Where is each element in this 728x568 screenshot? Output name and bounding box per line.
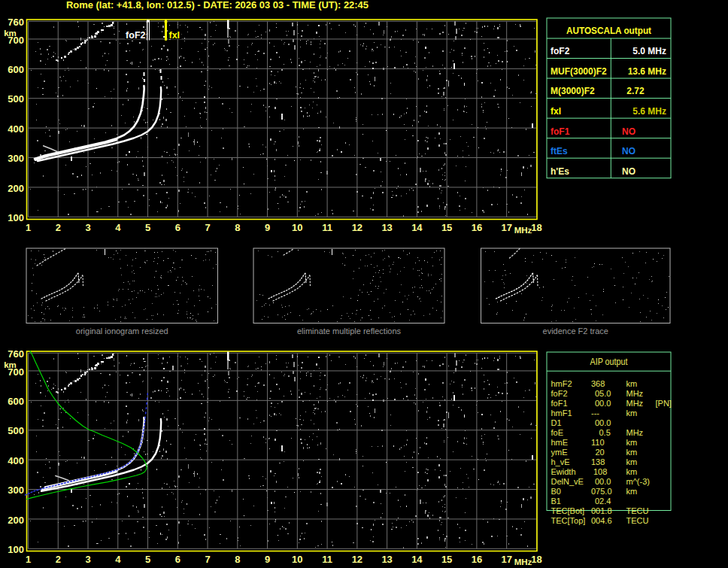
svg-text:km: km (626, 467, 638, 476)
svg-text:TECU: TECU (626, 516, 649, 525)
svg-text:M(3000)F2: M(3000)F2 (551, 86, 595, 96)
svg-text:13: 13 (381, 222, 392, 233)
svg-text:MHz: MHz (514, 557, 532, 566)
svg-text:---: --- (591, 409, 599, 418)
svg-text:5: 5 (145, 222, 150, 233)
svg-text:MHz: MHz (626, 428, 644, 437)
svg-text:[PN]: [PN] (656, 399, 672, 408)
svg-text:10: 10 (292, 554, 302, 565)
svg-text:h'Es: h'Es (551, 166, 569, 177)
svg-text:MHz: MHz (626, 399, 644, 408)
svg-text:700: 700 (8, 35, 24, 46)
svg-text:17: 17 (501, 554, 511, 565)
svg-text:5: 5 (145, 554, 150, 565)
svg-text:004.6: 004.6 (591, 516, 612, 525)
svg-text:foE: foE (551, 428, 564, 437)
svg-text:00.0: 00.0 (595, 399, 611, 408)
svg-text:TEC[Bot]: TEC[Bot] (551, 506, 585, 515)
svg-text:100: 100 (8, 212, 24, 223)
svg-text:AIP output: AIP output (590, 357, 629, 367)
svg-text:4: 4 (115, 222, 121, 233)
svg-text:D1: D1 (551, 418, 562, 427)
svg-text:368: 368 (591, 379, 605, 388)
svg-text:h_vE: h_vE (551, 457, 570, 466)
svg-text:2: 2 (56, 554, 61, 565)
svg-text:200: 200 (8, 183, 24, 194)
svg-text:km: km (626, 457, 638, 466)
svg-text:4: 4 (115, 554, 121, 565)
svg-text:16: 16 (472, 222, 482, 233)
svg-text:evidence F2 trace: evidence F2 trace (543, 327, 608, 336)
svg-text:eliminate multiple reflections: eliminate multiple reflections (297, 327, 402, 336)
svg-text:13.6 MHz: 13.6 MHz (628, 66, 666, 77)
svg-text:600: 600 (8, 64, 24, 75)
svg-text:05.0: 05.0 (595, 389, 611, 398)
svg-text:foF1: foF1 (551, 399, 568, 408)
svg-text:108: 108 (593, 467, 607, 476)
svg-text:00.0: 00.0 (595, 418, 611, 427)
svg-text:fxI: fxI (551, 106, 561, 117)
svg-text:km: km (626, 487, 638, 496)
svg-text:15: 15 (441, 222, 452, 233)
svg-text:9: 9 (265, 554, 270, 565)
svg-text:TECU: TECU (626, 506, 649, 515)
svg-text:ymE: ymE (551, 448, 568, 457)
svg-text:foF2: foF2 (551, 389, 568, 398)
svg-text:foF2: foF2 (551, 46, 570, 56)
svg-text:B0: B0 (551, 487, 561, 496)
svg-text:hmF2: hmF2 (551, 379, 572, 388)
svg-text:foF1: foF1 (551, 126, 570, 137)
svg-text:5.0 MHz: 5.0 MHz (632, 46, 666, 56)
svg-text:1: 1 (26, 222, 31, 233)
svg-text:1: 1 (26, 554, 31, 565)
svg-text:foF2: foF2 (126, 30, 145, 41)
svg-text:700: 700 (8, 366, 24, 378)
svg-text:11: 11 (322, 222, 332, 233)
svg-text:2.72: 2.72 (626, 86, 645, 96)
svg-text:400: 400 (8, 123, 24, 135)
svg-text:2: 2 (56, 222, 61, 233)
svg-text:Rome (lat: +41.8, lon: 012.5): Rome (lat: +41.8, lon: 012.5) - DATE: 20… (66, 0, 369, 11)
svg-text:km: km (626, 438, 638, 447)
svg-text:300: 300 (8, 153, 24, 164)
svg-text:8: 8 (235, 554, 240, 565)
svg-text:13: 13 (381, 554, 392, 565)
svg-text:400: 400 (8, 455, 24, 466)
svg-text:NO: NO (622, 166, 635, 177)
svg-text:11: 11 (322, 554, 332, 565)
svg-text:B1: B1 (551, 497, 561, 506)
svg-text:10: 10 (292, 222, 302, 233)
svg-text:TEC[Top]: TEC[Top] (551, 516, 586, 525)
svg-text:00.0: 00.0 (595, 477, 611, 486)
svg-text:500: 500 (8, 93, 24, 105)
svg-text:fxI: fxI (169, 30, 180, 41)
svg-text:17: 17 (501, 222, 511, 233)
svg-text:hmF1: hmF1 (551, 409, 572, 418)
svg-text:DelN_vE: DelN_vE (551, 477, 584, 486)
svg-text:12: 12 (352, 554, 362, 565)
svg-text:5.6 MHz: 5.6 MHz (632, 106, 666, 117)
svg-text:14: 14 (411, 222, 423, 233)
svg-text:16: 16 (472, 554, 482, 565)
svg-text:6: 6 (175, 222, 180, 233)
svg-text:110: 110 (591, 438, 605, 447)
svg-text:Ewidth: Ewidth (551, 467, 576, 476)
svg-text:20: 20 (596, 448, 605, 457)
svg-text:0.5: 0.5 (599, 428, 611, 437)
svg-text:3: 3 (85, 554, 90, 565)
svg-text:3: 3 (85, 222, 90, 233)
svg-text:MHz: MHz (626, 389, 644, 398)
svg-text:m^(-3): m^(-3) (626, 477, 650, 486)
svg-text:138: 138 (591, 457, 605, 466)
svg-text:7: 7 (205, 554, 210, 565)
svg-text:200: 200 (8, 515, 24, 526)
svg-text:NO: NO (622, 126, 635, 137)
svg-text:760: 760 (8, 17, 24, 28)
svg-text:7: 7 (205, 222, 210, 233)
svg-text:km: km (626, 448, 638, 457)
svg-text:6: 6 (175, 554, 180, 565)
svg-text:600: 600 (8, 396, 24, 407)
svg-text:15: 15 (441, 554, 452, 565)
svg-text:km: km (626, 409, 638, 418)
svg-text:760: 760 (8, 348, 24, 360)
